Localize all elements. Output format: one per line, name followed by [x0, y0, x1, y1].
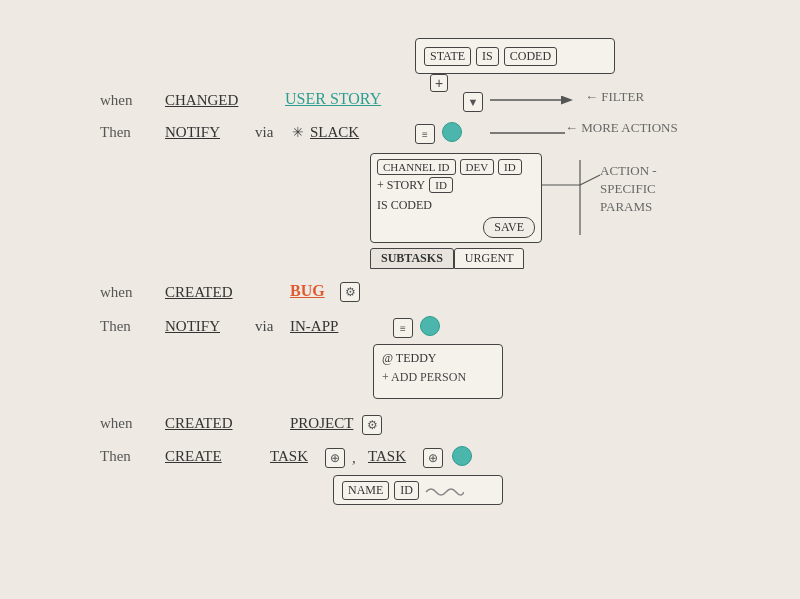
dev-id: ID: [498, 159, 522, 175]
bug-settings-icon[interactable]: ⚙: [340, 282, 360, 302]
rule3-condition: CREATED: [165, 415, 233, 432]
task1-label: TASK: [270, 448, 308, 465]
rule2-then: Then: [100, 318, 131, 335]
add-state-button[interactable]: +: [430, 74, 448, 92]
comma-separator: ,: [352, 450, 356, 467]
add-person-label[interactable]: + ADD PERSON: [382, 370, 494, 385]
more-actions-annotation: ← MORE ACTIONS: [565, 119, 678, 137]
rule1-condition: CHANGED: [165, 92, 238, 109]
wavy-line-icon: [424, 482, 464, 498]
rule2-condition: CREATED: [165, 284, 233, 301]
list-icon[interactable]: ≡: [415, 124, 435, 144]
coded-label: CODED: [504, 47, 557, 66]
rule1-entity: USER STORY: [285, 90, 381, 108]
project-settings-icon[interactable]: ⚙: [362, 415, 382, 435]
rule1-when: when: [100, 92, 133, 109]
inapp-list-icon[interactable]: ≡: [393, 318, 413, 338]
task2-label: TASK: [368, 448, 406, 465]
task-name-box: NAME ID: [333, 475, 503, 505]
rule3-entity: PROJECT: [290, 415, 353, 432]
dev-label: DEV: [460, 159, 495, 175]
teddy-label: @ TEDDY: [382, 351, 494, 366]
state-label: STATE: [424, 47, 471, 66]
params-annotation: ACTION - SPECIFIC PARAMS: [600, 162, 657, 217]
filter-annotation: ← FILTER: [585, 88, 644, 106]
save-button[interactable]: SAVE: [483, 217, 535, 238]
rule3-then: Then: [100, 448, 131, 465]
rule1-action: NOTIFY: [165, 124, 220, 141]
rule3-action: CREATE: [165, 448, 222, 465]
inapp-more-button[interactable]: [420, 316, 440, 336]
rule3-when: when: [100, 415, 133, 432]
slack-icon: ✳: [292, 124, 304, 140]
add-task-button[interactable]: [452, 446, 472, 466]
rule1-then: Then: [100, 124, 131, 141]
task1-icon[interactable]: ⊕: [325, 448, 345, 468]
tab-subtasks[interactable]: SUBTASKS: [370, 248, 454, 269]
rule2-via: via: [255, 318, 273, 335]
rule2-action: NOTIFY: [165, 318, 220, 335]
slack-label: SLACK: [310, 124, 359, 141]
task-id-label: ID: [394, 481, 419, 500]
rule2-when: when: [100, 284, 133, 301]
svg-line-4: [580, 175, 600, 185]
rule2-entity: BUG: [290, 282, 325, 300]
inapp-label: IN-APP: [290, 318, 338, 335]
tab-urgent[interactable]: URGENT: [454, 248, 525, 269]
story-id: ID: [429, 177, 453, 193]
task2-icon[interactable]: ⊕: [423, 448, 443, 468]
more-actions-button[interactable]: [442, 122, 462, 142]
state-box: STATE IS CODED: [415, 38, 615, 74]
channel-label: CHANNEL ID: [377, 159, 456, 175]
tabs-box: SUBTASKS URGENT: [370, 248, 524, 269]
rule1-via: via: [255, 124, 273, 141]
filter-icon[interactable]: ▼: [463, 92, 483, 112]
params-box: CHANNEL ID DEV ID + STORY ID IS CODED SA…: [370, 153, 542, 243]
name-label: NAME: [342, 481, 389, 500]
is-label: IS: [476, 47, 499, 66]
notify-persons-box: @ TEDDY + ADD PERSON: [373, 344, 503, 399]
